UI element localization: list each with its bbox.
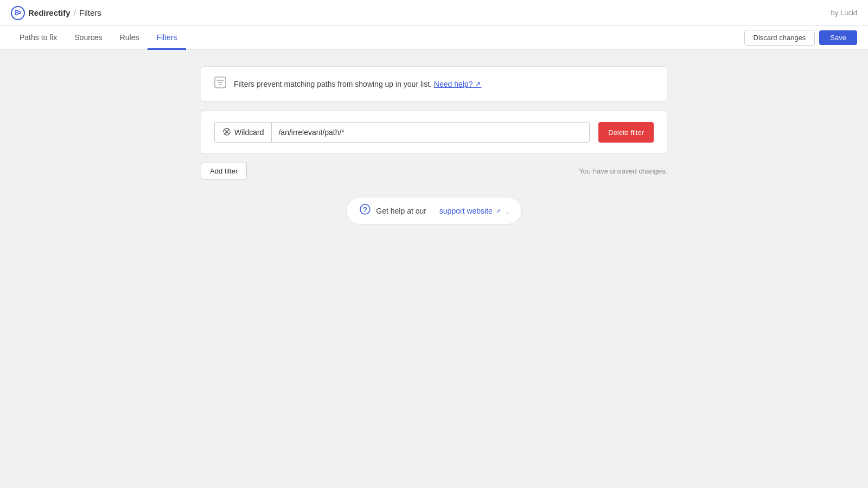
by-lucid-label: by Lucid bbox=[831, 9, 857, 17]
info-card-text: Filters prevent matching paths from show… bbox=[234, 80, 481, 88]
actions-row: Add filter You have unsaved changes. bbox=[201, 163, 667, 179]
topbar-left: Redirectify / Filters bbox=[11, 6, 101, 20]
app-logo[interactable]: Redirectify bbox=[11, 6, 71, 20]
tab-filters[interactable]: Filters bbox=[148, 27, 186, 50]
filter-value-input[interactable] bbox=[271, 122, 590, 143]
filter-card: Wildcard Delete filter bbox=[201, 111, 667, 154]
filter-info-icon bbox=[214, 76, 226, 92]
save-button[interactable]: Save bbox=[819, 30, 857, 45]
discard-changes-button[interactable]: Discard changes bbox=[744, 30, 815, 46]
breadcrumb-page: Filters bbox=[79, 8, 101, 17]
help-text: Get help at our bbox=[376, 207, 426, 215]
filter-row: Wildcard Delete filter bbox=[214, 122, 654, 143]
unsaved-message: You have unsaved changes. bbox=[579, 167, 667, 175]
add-filter-button[interactable]: Add filter bbox=[201, 163, 247, 179]
topbar-right: by Lucid bbox=[831, 9, 857, 17]
nav-tabs: Paths to fix Sources Rules Filters Disca… bbox=[0, 26, 868, 50]
filter-type-button[interactable]: Wildcard bbox=[214, 122, 271, 143]
external-link-icon: ↗ bbox=[496, 208, 501, 214]
filter-type-label: Wildcard bbox=[234, 128, 264, 137]
nav-tabs-left: Paths to fix Sources Rules Filters bbox=[11, 26, 186, 49]
help-suffix: . bbox=[506, 207, 508, 215]
topbar: Redirectify / Filters by Lucid bbox=[0, 0, 868, 26]
help-card: ? Get help at our support website ↗ . bbox=[346, 197, 521, 224]
main-content: Filters prevent matching paths from show… bbox=[0, 50, 868, 241]
nav-tabs-right: Discard changes Save bbox=[744, 26, 857, 49]
tab-sources[interactable]: Sources bbox=[66, 27, 111, 50]
tab-paths-to-fix[interactable]: Paths to fix bbox=[11, 27, 66, 50]
svg-text:?: ? bbox=[363, 206, 367, 214]
need-help-link[interactable]: Need help? ↗ bbox=[434, 80, 482, 88]
logo-icon bbox=[11, 6, 25, 20]
content-wrapper: Filters prevent matching paths from show… bbox=[201, 66, 667, 224]
app-name: Redirectify bbox=[28, 8, 71, 17]
delete-filter-button[interactable]: Delete filter bbox=[598, 122, 654, 143]
breadcrumb-separator: / bbox=[74, 8, 76, 18]
tab-rules[interactable]: Rules bbox=[111, 27, 148, 50]
wildcard-icon bbox=[222, 127, 231, 138]
support-link[interactable]: support website ↗ bbox=[439, 207, 501, 215]
info-card: Filters prevent matching paths from show… bbox=[201, 66, 667, 102]
help-circle-icon: ? bbox=[360, 204, 371, 217]
